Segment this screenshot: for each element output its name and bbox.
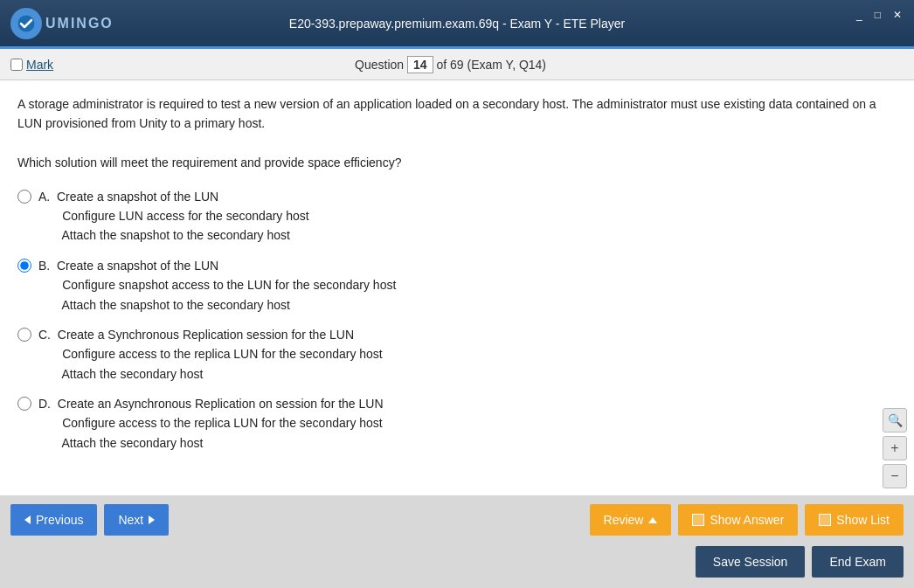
- question-info: Question 14 of 69 (Exam Y, Q14): [355, 56, 546, 73]
- option-a-label: A. Create a snapshot of the LUN Configur…: [38, 187, 309, 246]
- toolbar: Mark Question 14 of 69 (Exam Y, Q14): [0, 49, 914, 80]
- next-button[interactable]: Next: [104, 504, 169, 536]
- question-text-1: A storage administrator is required to t…: [17, 94, 897, 134]
- window-title: E20-393.prepaway.premium.exam.69q - Exam…: [289, 17, 625, 31]
- mark-checkbox-input[interactable]: [10, 59, 23, 71]
- mark-checkbox[interactable]: Mark: [10, 58, 53, 72]
- option-d[interactable]: D. Create an Asynchronous Replication on…: [17, 394, 897, 453]
- review-label: Review: [604, 513, 644, 527]
- previous-label: Previous: [36, 513, 83, 527]
- option-c-label: C. Create a Synchronous Replication sess…: [38, 325, 383, 384]
- logo: UMINGO: [10, 8, 114, 39]
- question-total: of 69 (Exam Y, Q14): [436, 58, 546, 72]
- question-number-box: 14: [407, 56, 433, 73]
- option-a-text: A. Create a snapshot of the LUN Configur…: [38, 190, 309, 243]
- save-session-button[interactable]: Save Session: [696, 546, 806, 578]
- show-answer-checkbox-icon: [692, 514, 704, 526]
- end-exam-button[interactable]: End Exam: [812, 546, 904, 578]
- mark-label: Mark: [26, 58, 53, 72]
- content-area: A storage administrator is required to t…: [0, 80, 914, 495]
- question-text-2: Which solution will meet the requirement…: [17, 153, 897, 172]
- window-controls[interactable]: _ □ ✕: [851, 7, 907, 23]
- save-session-label: Save Session: [713, 555, 788, 569]
- show-list-checkbox-icon: [819, 514, 831, 526]
- option-d-text: D. Create an Asynchronous Replication on…: [38, 397, 384, 450]
- show-answer-button[interactable]: Show Answer: [678, 504, 798, 536]
- options-list: A. Create a snapshot of the LUN Configur…: [17, 187, 897, 453]
- next-label: Next: [118, 513, 143, 527]
- question-text-block: A storage administrator is required to t…: [17, 94, 897, 173]
- option-c[interactable]: C. Create a Synchronous Replication sess…: [17, 325, 897, 384]
- bottom-bar: Previous Next Review Show Answer Show Li…: [0, 495, 914, 588]
- review-button[interactable]: Review: [590, 504, 672, 536]
- zoom-in-button[interactable]: +: [883, 436, 907, 460]
- next-arrow-icon: [149, 515, 155, 524]
- show-answer-label: Show Answer: [710, 513, 784, 527]
- option-b-label: B. Create a snapshot of the LUN Configur…: [38, 256, 396, 315]
- option-c-radio[interactable]: [17, 328, 31, 342]
- option-b-radio[interactable]: [17, 259, 31, 273]
- show-list-button[interactable]: Show List: [805, 504, 904, 536]
- close-button[interactable]: ✕: [888, 7, 907, 23]
- end-exam-label: End Exam: [829, 555, 886, 569]
- title-bar: UMINGO E20-393.prepaway.premium.exam.69q…: [0, 0, 914, 49]
- zoom-controls: 🔍 + −: [883, 408, 907, 488]
- option-a-radio[interactable]: [17, 190, 31, 204]
- option-d-radio[interactable]: [17, 397, 31, 411]
- option-b-text: B. Create a snapshot of the LUN Configur…: [38, 259, 396, 312]
- show-list-label: Show List: [836, 513, 890, 527]
- option-c-text: C. Create a Synchronous Replication sess…: [38, 328, 383, 381]
- nav-row: Previous Next Review Show Answer Show Li…: [10, 502, 904, 537]
- option-b[interactable]: B. Create a snapshot of the LUN Configur…: [17, 256, 897, 315]
- question-label: Question: [355, 58, 404, 72]
- search-button[interactable]: 🔍: [883, 408, 907, 432]
- review-arrow-icon: [648, 517, 657, 523]
- zoom-out-button[interactable]: −: [883, 464, 907, 488]
- restore-button[interactable]: □: [869, 7, 886, 23]
- previous-arrow-icon: [24, 515, 31, 524]
- option-a[interactable]: A. Create a snapshot of the LUN Configur…: [17, 187, 897, 246]
- action-row: Save Session End Exam: [10, 544, 904, 579]
- option-d-label: D. Create an Asynchronous Replication on…: [38, 394, 384, 453]
- logo-text: UMINGO: [45, 16, 114, 31]
- minimize-button[interactable]: _: [851, 7, 868, 23]
- logo-icon: [10, 8, 42, 39]
- previous-button[interactable]: Previous: [10, 504, 97, 536]
